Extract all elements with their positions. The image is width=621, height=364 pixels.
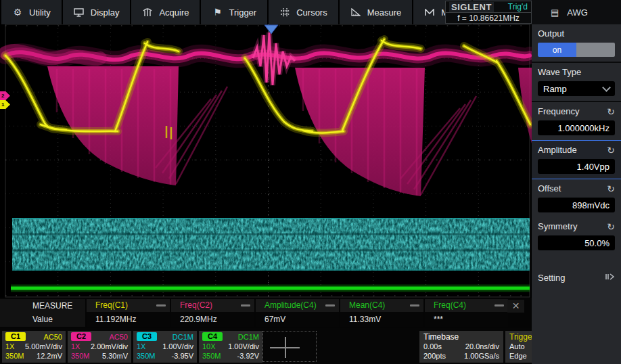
- channel-badge: C2: [71, 332, 91, 341]
- trigger-status-badge: Trig'd: [508, 2, 528, 12]
- menu-bar: ⚙ Utility Display Acquire ⚑ Trigger Curs…: [0, 0, 445, 24]
- channel-box-c2[interactable]: C2 AC50 1X 2.00mV/div 350M 5.30mV: [68, 331, 131, 363]
- remove-measurement-button[interactable]: [325, 304, 335, 306]
- output-toggle[interactable]: on: [538, 43, 615, 57]
- offset-input[interactable]: 898mVdc: [538, 198, 615, 212]
- reset-icon: ↻: [607, 222, 615, 231]
- measurement-value: ***: [425, 312, 508, 327]
- menu-item-label: Cursors: [296, 7, 327, 18]
- remove-measurement-button[interactable]: [156, 304, 166, 306]
- output-toggle-off[interactable]: [576, 43, 615, 57]
- frequency-input[interactable]: 1.000000kHz: [538, 120, 615, 135]
- trigger-mode: Auto: [509, 342, 525, 351]
- math-icon: [424, 9, 435, 16]
- attenuation: 1X: [71, 342, 80, 351]
- menu-item-display[interactable]: Display: [63, 0, 131, 24]
- trigger-title: Trigger: [509, 332, 535, 342]
- volts-per-div: 2.00mV/div: [91, 342, 128, 351]
- channel-offset: -3.92V: [237, 351, 259, 361]
- reset-icon: ↻: [607, 184, 615, 194]
- volts-per-div: 5.00mV/div: [25, 342, 62, 351]
- expand-arrow-icon: [605, 271, 615, 283]
- setting-row[interactable]: Setting: [532, 263, 621, 292]
- measurement-freq-c4[interactable]: Freq(C4) ***: [425, 299, 508, 327]
- close-icon: ✕: [512, 300, 520, 311]
- channel-offset: 5.30mV: [102, 351, 128, 361]
- measurement-amplitude-c4[interactable]: Amplitude(C4) 67mV: [256, 299, 339, 327]
- c3-noise-band-trace: [12, 218, 530, 271]
- measurement-value: 11.192MHz: [87, 312, 170, 327]
- crosshair-icon: [285, 337, 286, 358]
- channel-badge: C1: [5, 332, 26, 341]
- waveform-preview-box: [262, 331, 317, 362]
- menu-item-acquire[interactable]: Acquire: [131, 0, 200, 24]
- sample-rate: 1.00GSa/s: [464, 351, 499, 361]
- measure-row-label: Value: [0, 313, 85, 327]
- wave-type-label: Wave Type: [538, 67, 615, 77]
- bandwidth: 350M: [137, 351, 156, 361]
- channel-offset: 12.2mV: [37, 351, 62, 361]
- amplitude-label: Amplitude: [538, 145, 577, 155]
- measurement-name: Freq(C1): [95, 300, 128, 310]
- bottom-status-bar: C1 AC50 1X 5.00mV/div 350M 12.2mV C2 AC5…: [0, 328, 621, 364]
- channel-box-c3[interactable]: C3 DC1M 1X 1.00V/div 350M -3.95V: [133, 331, 197, 363]
- measurement-mean-c4[interactable]: Mean(C4) 11.33mV: [340, 299, 423, 327]
- status-box: SIGLENT Trig'd f = 10.86621MHz: [445, 1, 532, 24]
- menu-item-label: Display: [91, 7, 120, 18]
- trigger-type: Edge: [509, 351, 527, 361]
- gear-icon: ⚙: [12, 7, 23, 17]
- output-toggle-on[interactable]: on: [538, 43, 576, 57]
- measurement-name: Amplitude(C4): [264, 300, 317, 310]
- timebase-scale: 20.0ns/div: [465, 342, 499, 351]
- close-measure-bar-button[interactable]: ✕: [507, 300, 524, 313]
- bandwidth: 350M: [5, 351, 24, 361]
- timebase-panel[interactable]: Timebase 0.00s 20.0ns/div 200pts 1.00GSa…: [419, 331, 503, 363]
- measure-title: MEASURE: [0, 299, 85, 313]
- channel-box-c4[interactable]: C4 DC1M 10X 1.00V/div 350M -3.92V: [199, 331, 262, 363]
- timebase-delay: 0.00s: [423, 342, 442, 351]
- coupling: AC50: [43, 332, 62, 342]
- remove-measurement-button[interactable]: [241, 304, 250, 306]
- wave-type-section: Wave Type Ramp: [532, 63, 621, 101]
- measurement-freq-c1[interactable]: Freq(C1) 11.192MHz: [87, 299, 170, 327]
- menu-item-cursors[interactable]: Cursors: [269, 0, 338, 24]
- measurement-name: Mean(C4): [349, 300, 385, 310]
- remove-measurement-button[interactable]: [410, 304, 419, 306]
- channel-box-c1[interactable]: C1 AC50 1X 5.00mV/div 350M 12.2mV: [2, 331, 66, 363]
- frequency-label: Frequency: [538, 106, 579, 116]
- menu-item-utility[interactable]: ⚙ Utility: [1, 0, 62, 24]
- ruler-triangle-icon: [350, 8, 361, 16]
- symmetry-input[interactable]: 50.0%: [538, 235, 615, 250]
- symmetry-section: Symmetry ↻ 50.0%: [532, 217, 621, 255]
- amplitude-input[interactable]: 1.40Vpp: [538, 159, 615, 174]
- awg-list-icon: ▤: [551, 7, 559, 18]
- remove-measurement-button[interactable]: [495, 304, 504, 306]
- bandwidth: 350M: [202, 351, 221, 361]
- setting-label: Setting: [538, 273, 565, 283]
- measurement-freq-c2[interactable]: Freq(C2) 220.9MHz: [171, 299, 254, 327]
- reset-icon: ↻: [607, 107, 615, 116]
- cursors-grid-icon: [279, 8, 290, 17]
- attenuation: 1X: [137, 342, 145, 351]
- measurement-name: Freq(C2): [180, 300, 212, 310]
- menu-item-label: Measure: [367, 7, 402, 18]
- coupling: DC1M: [172, 332, 193, 342]
- reset-icon: ↻: [607, 145, 615, 155]
- timebase-title: Timebase: [423, 332, 459, 342]
- acquire-icon: [142, 8, 153, 17]
- waveform-display[interactable]: 2 1 C4: [0, 24, 532, 298]
- wave-type-dropdown[interactable]: Ramp: [538, 81, 615, 96]
- menu-item-trigger[interactable]: ⚑ Trigger: [201, 0, 267, 24]
- attenuation: 10X: [202, 342, 216, 351]
- monitor-icon: [74, 8, 85, 17]
- volts-per-div: 1.00V/div: [162, 342, 193, 351]
- flag-icon: ⚑: [212, 7, 223, 17]
- menu-item-measure[interactable]: Measure: [340, 0, 413, 24]
- chevron-down-icon: [602, 83, 611, 92]
- oscilloscope-screen: { "menu": { "items": [ {"label": "Utilit…: [0, 0, 621, 364]
- measure-bar: MEASURE Value Freq(C1) 11.192MHz Freq(C2…: [0, 298, 532, 328]
- attenuation: 1X: [5, 342, 14, 351]
- measure-label-column: MEASURE Value: [0, 299, 85, 327]
- bandwidth: 350M: [71, 351, 90, 361]
- frequency-counter: f = 10.86621MHz: [446, 13, 531, 24]
